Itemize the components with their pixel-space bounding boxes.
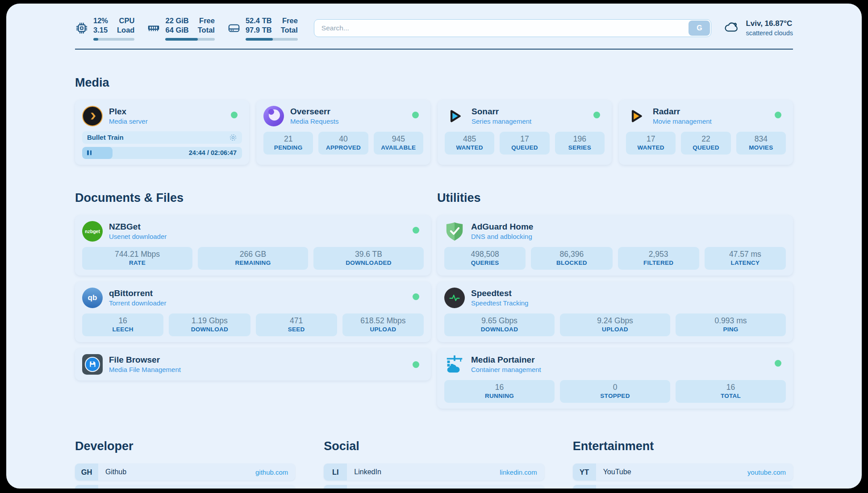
ram-icon [147,21,160,35]
search-input[interactable] [314,19,712,37]
stat-approved: 40APPROVED [318,132,368,155]
top-bar: 12% 3.15 CPU Load [75,4,793,41]
service-card-speedtest[interactable]: Speedtest Speedtest Tracking 9.65 GbpsDO… [437,282,793,342]
bookmark-stackoverflow[interactable]: SO StackOverflow stackoverflow.com [75,485,295,489]
ram-free-label: Free [198,16,215,25]
bookmark-url: github.com [255,468,288,476]
search-engine-button[interactable]: G [689,21,710,36]
status-dot-online [413,227,419,234]
bookmark-youtube[interactable]: YT YouTube youtube.com [573,464,793,480]
bookmark-abbr: GH [75,464,98,480]
section-utilities: Utilities AdGuard Home DNS and adblockin… [437,181,793,409]
service-card-filebrowser[interactable]: File Browser Media File Management [75,348,431,380]
session-target-icon[interactable] [229,134,237,142]
service-card-portainer[interactable]: Media Portainer Container management 16R… [437,348,793,409]
bookmark-url: youtube.com [747,468,786,476]
service-card-qbittorrent[interactable]: qb qBittorrent Torrent downloader 16LEEC… [75,282,431,342]
stat-remaining: 266 GBREMAINING [198,247,308,270]
cloud-icon [724,21,740,36]
service-subtitle: Usenet downloader [109,232,167,241]
bookmark-netflix[interactable]: NF Netflix netflix.com [573,485,793,489]
service-subtitle: Media Requests [290,117,338,126]
bookmark-github[interactable]: GH Github github.com [75,464,295,480]
stat-total: 16TOTAL [676,380,786,403]
service-title: AdGuard Home [471,221,533,233]
bookmark-name: Github [105,468,126,476]
disk-progress-bar [246,38,298,41]
stat-seed: 471SEED [256,313,337,336]
playback-time: 24:44 / 02:06:47 [189,149,237,156]
dashboard-page: 12% 3.15 CPU Load [6,4,862,489]
now-playing-title: Bullet Train [87,134,124,141]
bookmark-linkedin[interactable]: LI LinkedIn linkedin.com [324,464,544,480]
service-title: File Browser [109,355,181,366]
overseerr-icon [263,106,284,126]
bookmark-abbr: TW [324,485,347,489]
service-subtitle: Torrent downloader [109,299,166,308]
stat-series: 196SERIES [555,132,605,155]
weather-condition: scattered clouds [746,29,793,38]
social-section-title: Social [324,439,544,453]
service-card-radarr[interactable]: Radarr Movie management 17WANTED 22QUEUE… [619,100,793,165]
stat-wanted: 485WANTED [445,132,494,155]
bookmark-group-entertainment: Entertainment YT YouTube youtube.com NF … [573,429,793,489]
stat-pending: 21PENDING [263,132,313,155]
stat-available: 945AVAILABLE [374,132,423,155]
topbar-divider [75,49,793,50]
disk-free-value: 52.4 TB [246,16,272,25]
ram-monitor: 22 GiB 64 GiB Free Total [147,16,214,41]
stat-running: 16RUNNING [444,380,555,403]
cpu-usage-value: 12% [93,16,108,25]
service-title: Speedtest [471,288,528,299]
bookmarks-area: Developer GH Github github.com SO StackO… [75,429,793,489]
service-subtitle: Container management [471,365,541,374]
bookmark-twitter[interactable]: TW Twitter twitter.com [324,485,544,489]
cpu-label: CPU [117,16,134,25]
documents-section-title: Documents & Files [75,191,431,205]
status-dot-online [593,112,600,118]
status-dot-online [413,361,419,368]
speedtest-icon [444,288,465,308]
cpu-icon [75,21,88,35]
utilities-section-title: Utilities [437,191,793,205]
service-title: Sonarr [472,106,531,117]
service-card-adguard[interactable]: AdGuard Home DNS and adblocking 498,508Q… [437,215,793,276]
service-card-sonarr[interactable]: Sonarr Series management 485WANTED 17QUE… [438,100,612,165]
stat-filtered: 2,953FILTERED [618,247,699,270]
ram-total-value: 64 GiB [165,25,188,35]
service-title: NZBGet [109,221,167,233]
stat-ping: 0.993 msPING [676,313,786,336]
stat-download: 9.65 GbpsDOWNLOAD [444,313,555,336]
bookmark-name: YouTube [603,468,631,476]
status-dot-online [413,293,419,300]
disk-total-label: Total [281,25,298,35]
service-subtitle: DNS and adblocking [471,232,533,241]
bookmark-abbr: SO [75,485,98,489]
cpu-progress-bar [93,38,134,41]
adguard-icon [444,221,465,242]
bookmark-group-social: Social LI LinkedIn linkedin.com TW Twitt… [324,429,544,489]
status-dot-online [231,112,238,118]
service-card-plex[interactable]: Plex Media server Bullet Train 24:44 / 0… [75,100,249,165]
status-dot-online [775,112,781,118]
stat-upload: 9.24 GbpsUPLOAD [560,313,670,336]
filebrowser-icon [82,354,103,375]
service-card-nzbget[interactable]: nzbget NZBGet Usenet downloader 744.21 M… [75,215,431,276]
system-monitors: 12% 3.15 CPU Load [75,16,298,41]
stat-download: 1.19 GbpsDOWNLOAD [169,313,250,336]
weather-widget[interactable]: Lviv, 16.87°C scattered clouds [724,19,793,38]
section-documents: Documents & Files nzbget NZBGet Usenet d… [75,181,431,380]
status-dot-online [775,360,781,367]
ram-total-label: Total [198,25,215,35]
bookmark-abbr: YT [573,464,596,480]
disk-icon [227,21,241,35]
stat-wanted: 17WANTED [626,132,676,155]
service-subtitle: Media File Management [109,365,181,374]
status-dot-online [412,112,419,118]
stat-rate: 744.21 MbpsRATE [82,247,192,270]
pause-icon [87,150,92,155]
service-card-overseerr[interactable]: Overseerr Media Requests 21PENDING 40APP… [256,100,430,165]
service-subtitle: Speedtest Tracking [471,299,528,308]
stat-queries: 498,508QUERIES [444,247,526,270]
ram-progress-bar [165,38,214,41]
